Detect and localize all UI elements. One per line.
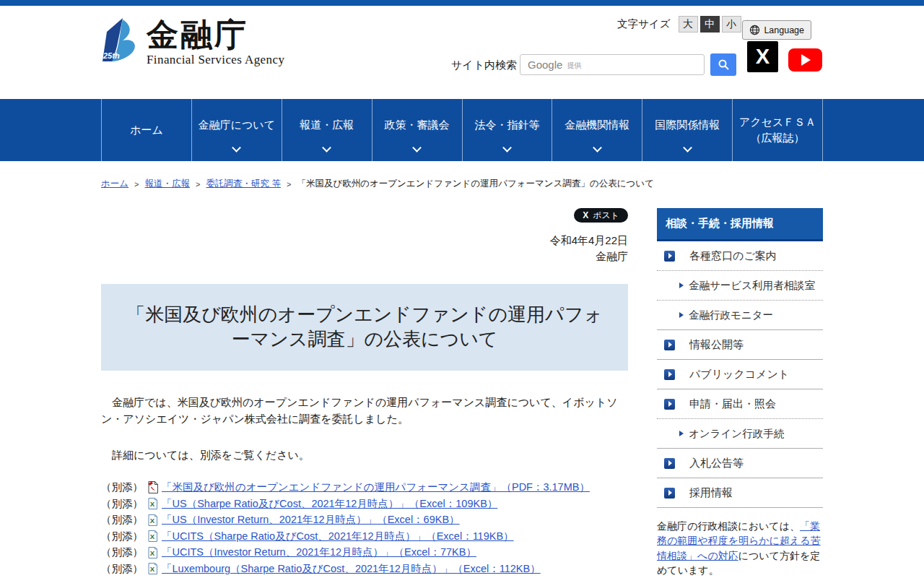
attachment-row: （別添）X「US（Investor Return、2021年12月時点）」（Ex… xyxy=(101,512,628,529)
svg-text:X: X xyxy=(150,565,155,573)
sidebar: 相談・手続・採用情報 各種窓口のご案内金融サービス利用者相談室金融行政モニター情… xyxy=(657,208,823,578)
nav-item-8[interactable]: アクセスＦＳＡ（広報誌） xyxy=(732,99,823,161)
attachment-link[interactable]: 「米国及び欧州のオープンエンドファンドの運用パフォーマンス調査」（PDF：3.1… xyxy=(162,480,590,494)
attachment-prefix-label: （別添） xyxy=(101,530,143,543)
right-arrow-icon xyxy=(679,282,684,288)
youtube-icon[interactable] xyxy=(788,48,822,72)
breadcrumb: ホーム>報道・広報>委託調査・研究 等>「米国及び欧州のオープンエンドファンドの… xyxy=(101,178,823,190)
search-input[interactable]: Google 提供 xyxy=(520,54,705,75)
attachment-link[interactable]: 「US（Investor Return、2021年12月時点）」（Excel：6… xyxy=(162,513,460,527)
nav-item-7[interactable]: 国際関係情報 xyxy=(642,99,732,161)
sidebar-item-label: オンライン行政手続 xyxy=(689,427,784,441)
logo-title: 金融庁 xyxy=(147,17,284,52)
right-arrow-icon xyxy=(664,458,675,469)
attachment-row: （別添）「米国及び欧州のオープンエンドファンドの運用パフォーマンス調査」（PDF… xyxy=(101,480,628,496)
nav-item-1[interactable]: ホーム xyxy=(101,99,191,161)
sidebar-item-label: 各種窓口のご案内 xyxy=(689,249,777,263)
nav-item-5[interactable]: 法令・指針等 xyxy=(462,99,552,161)
svg-text:X: X xyxy=(150,500,155,508)
site-header: 25th 金融庁 Financial Services Agency 文字サイズ… xyxy=(0,6,924,99)
google-provided-label: 提供 xyxy=(567,59,581,71)
right-arrow-icon xyxy=(679,431,684,436)
x-logo-icon: X xyxy=(583,210,588,220)
sidebar-item-label: 情報公開等 xyxy=(689,338,744,352)
breadcrumb-item[interactable]: ホーム xyxy=(101,178,128,190)
attachment-link[interactable]: 「UCITS（Sharpe Ratio及びCost、2021年12月時点）」（E… xyxy=(162,530,514,543)
sidebar-item[interactable]: 採用情報 xyxy=(657,478,823,508)
sidebar-item-label: 採用情報 xyxy=(689,486,733,500)
x-post-label: ポスト xyxy=(593,210,619,222)
attachment-link[interactable]: 「Luxembourg（Sharpe Ratio及びCost、2021年12月時… xyxy=(162,562,541,576)
sidebar-item-label: 入札公告等 xyxy=(689,457,744,470)
breadcrumb-item[interactable]: 委託調査・研究 等 xyxy=(206,178,280,190)
excel-file-icon: X xyxy=(148,547,158,558)
svg-text:X: X xyxy=(150,532,155,540)
sidebar-item[interactable]: 金融行政モニター xyxy=(657,301,823,330)
sidebar-note: 金融庁の行政相談においては、「業務の範囲や程度を明らかに超える苦情相談」への対応… xyxy=(657,519,823,577)
main-nav-bar: ホーム金融庁について報道・広報政策・審議会法令・指針等金融機関情報国際関係情報ア… xyxy=(0,99,924,161)
attachment-prefix-label: （別添） xyxy=(101,480,143,494)
sidebar-item-label: 申請・届出・照会 xyxy=(689,397,776,411)
nav-item-label: 政策・審議会 xyxy=(385,117,450,134)
sidebar-item[interactable]: パブリックコメント xyxy=(657,360,823,389)
sidebar-item[interactable]: オンライン行政手続 xyxy=(657,419,823,449)
pdf-file-icon xyxy=(148,481,158,493)
fsa-logo[interactable]: 25th 金融庁 Financial Services Agency xyxy=(101,17,284,67)
search-button[interactable] xyxy=(710,53,736,76)
play-icon xyxy=(801,54,811,66)
svg-text:X: X xyxy=(150,517,155,525)
body-paragraph-1: 金融庁では、米国及び欧州のオープンエンドファンドの運用パフォーマンス調査について… xyxy=(101,394,628,427)
fsa-25th-badge: 25th xyxy=(103,51,120,60)
right-arrow-icon xyxy=(664,251,675,262)
attachment-link[interactable]: 「US（Sharpe Ratio及びCost、2021年12月時点）」（Exce… xyxy=(162,497,497,511)
font-size-large-button[interactable]: 大 xyxy=(679,16,698,33)
publish-date: 令和4年4月22日 xyxy=(101,233,628,249)
site-search-label: サイト内検索 xyxy=(451,59,517,72)
nav-item-label: 国際関係情報 xyxy=(655,117,720,134)
sidebar-item[interactable]: 申請・届出・照会 xyxy=(657,389,823,419)
x-social-icon[interactable]: X xyxy=(747,41,778,72)
font-size-buttons: 大中小 xyxy=(676,16,741,33)
attachment-row: （別添）X「UCITS（Sharpe Ratio及びCost、2021年12月時… xyxy=(101,528,628,545)
chevron-down-icon xyxy=(502,143,512,152)
fsa-logo-wave-icon: 25th xyxy=(101,17,141,62)
breadcrumb-separator: > xyxy=(134,180,139,189)
nav-item-6[interactable]: 金融機関情報 xyxy=(552,99,642,161)
nav-item-label: 金融庁について xyxy=(199,117,275,134)
font-size-small-button[interactable]: 小 xyxy=(722,16,741,33)
excel-file-icon: X xyxy=(148,498,158,509)
breadcrumb-item: 「米国及び欧州のオープンエンドファンドの運用パフォーマンス調査」の公表について xyxy=(297,178,654,190)
attachment-prefix-label: （別添） xyxy=(101,497,143,511)
attachment-link[interactable]: 「UCITS（Investor Return、2021年12月時点）」（Exce… xyxy=(162,545,476,559)
sidebar-item-label: 金融行政モニター xyxy=(689,309,773,322)
sidebar-item[interactable]: 金融サービス利用者相談室 xyxy=(657,271,823,301)
nav-item-4[interactable]: 政策・審議会 xyxy=(372,99,462,161)
page-title: 「米国及び欧州のオープンエンドファンドの運用パフォーマンス調査」の公表について xyxy=(101,284,628,371)
attachment-prefix-label: （別添） xyxy=(101,562,143,576)
search-icon xyxy=(718,59,730,71)
nav-item-label: 金融機関情報 xyxy=(565,117,629,134)
sidebar-item[interactable]: 情報公開等 xyxy=(657,330,823,360)
sidebar-list: 各種窓口のご案内金融サービス利用者相談室金融行政モニター情報公開等パブリックコメ… xyxy=(657,241,823,508)
font-size-medium-button[interactable]: 中 xyxy=(700,16,720,33)
right-arrow-icon xyxy=(664,340,675,350)
sidebar-header: 相談・手続・採用情報 xyxy=(657,208,823,241)
font-size-control: 文字サイズ 大中小 xyxy=(617,16,741,33)
breadcrumb-item[interactable]: 報道・広報 xyxy=(145,178,191,190)
nav-item-label: （広報誌） xyxy=(751,130,805,147)
sidebar-item[interactable]: 各種窓口のご案内 xyxy=(657,241,823,271)
chevron-down-icon xyxy=(232,143,241,152)
language-button[interactable]: Language xyxy=(742,20,811,40)
nav-item-2[interactable]: 金融庁について xyxy=(191,99,282,161)
x-post-button[interactable]: X ポスト xyxy=(574,208,628,223)
nav-item-label: アクセスＦＳＡ xyxy=(739,114,816,131)
sidebar-item[interactable]: 入札公告等 xyxy=(657,449,823,478)
excel-file-icon: X xyxy=(148,514,158,526)
chevron-down-icon xyxy=(412,143,422,152)
chevron-down-icon xyxy=(683,143,692,152)
main-nav: ホーム金融庁について報道・広報政策・審議会法令・指針等金融機関情報国際関係情報ア… xyxy=(101,99,823,161)
excel-file-icon: X xyxy=(148,563,158,574)
nav-item-3[interactable]: 報道・広報 xyxy=(282,99,372,161)
main-content: X ポスト 令和4年4月22日 金融庁 「米国及び欧州のオープンエンドファンドの… xyxy=(101,208,628,578)
nav-item-label: 報道・広報 xyxy=(300,117,354,134)
